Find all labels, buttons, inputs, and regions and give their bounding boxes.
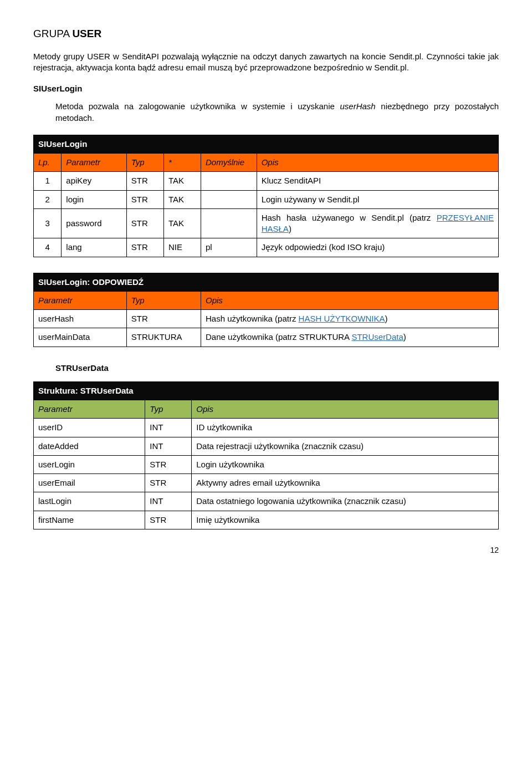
- method-desc-italic: userHash: [340, 101, 375, 111]
- struct-table-title: Struktura: STRUserData: [34, 381, 499, 400]
- cell-opis: Imię użytkownika: [192, 511, 499, 529]
- cell-typ: STR: [126, 310, 201, 328]
- params-header-opis: Opis: [257, 154, 498, 172]
- response-header-opis: Opis: [201, 291, 499, 309]
- struct-table: Struktura: STRUserData Parametr Typ Opis…: [33, 381, 499, 529]
- cell-opis: Login użytkownika: [192, 455, 499, 473]
- method-description: Metoda pozwala na zalogowanie użytkownik…: [55, 101, 499, 124]
- table-row: userEmail STR Aktywny adres email użytko…: [34, 474, 499, 492]
- cell-opis: Klucz SenditAPI: [257, 172, 498, 190]
- cell-opis: ID użytkownika: [192, 419, 499, 437]
- cell-param: userHash: [34, 310, 127, 328]
- cell-typ: INT: [145, 492, 192, 511]
- response-header-param: Parametr: [34, 291, 127, 309]
- cell-param: dateAdded: [34, 437, 145, 455]
- page-number: 12: [33, 545, 499, 556]
- cell-typ: STR: [145, 474, 192, 492]
- cell-lp: 2: [34, 190, 62, 208]
- cell-typ: STR: [126, 190, 163, 208]
- intro-paragraph: Metody grupy USER w SenditAPI pozwalają …: [33, 51, 499, 74]
- cell-star: TAK: [163, 172, 201, 190]
- cell-typ: STR: [145, 511, 192, 529]
- cell-opis: Aktywny adres email użytkownika: [192, 474, 499, 492]
- table-row: 3 password STR TAK Hash hasła używanego …: [34, 208, 499, 238]
- cell-typ: STR: [145, 455, 192, 473]
- cell-opis-post: ): [289, 224, 291, 233]
- table-row: lastLogin INT Data ostatniego logowania …: [34, 492, 499, 511]
- cell-star: NIE: [163, 238, 201, 257]
- cell-opis: Hash hasła używanego w Sendit.pl (patrz …: [257, 208, 498, 238]
- page-title-prefix: GRUPA: [33, 28, 72, 39]
- params-header-def: Domyślnie: [201, 154, 257, 172]
- cell-lp: 4: [34, 238, 62, 257]
- params-table-title: SIUserLogin: [34, 135, 499, 153]
- cell-def: pl: [201, 238, 257, 257]
- cell-opis: Dane użytkownika (patrz STRUKTURA STRUse…: [201, 328, 499, 347]
- table-row: dateAdded INT Data rejestracji użytkowni…: [34, 437, 499, 455]
- cell-star: TAK: [163, 208, 201, 238]
- cell-opis: Data rejestracji użytkownika (znacznik c…: [192, 437, 499, 455]
- params-header-typ: Typ: [126, 154, 163, 172]
- struct-subheader: STRUserData: [55, 363, 499, 374]
- cell-param: apiKey: [62, 172, 126, 190]
- cell-opis-post: ): [385, 314, 387, 323]
- cell-lp: 3: [34, 208, 62, 238]
- cell-opis-pre: Hash hasła używanego w Sendit.pl (patrz: [262, 213, 437, 222]
- table-row: userID INT ID użytkownika: [34, 419, 499, 437]
- table-row: firstName STR Imię użytkownika: [34, 511, 499, 529]
- cell-param: lang: [62, 238, 126, 257]
- cell-typ: STRUKTURA: [126, 328, 201, 347]
- cell-opis: Data ostatniego logowania użytkownika (z…: [192, 492, 499, 511]
- cell-param: lastLogin: [34, 492, 145, 511]
- cell-param: password: [62, 208, 126, 238]
- cell-opis-pre: Dane użytkownika (patrz STRUKTURA: [206, 332, 351, 342]
- cell-opis-pre: Hash użytkownika (patrz: [206, 314, 299, 323]
- cell-param: firstName: [34, 511, 145, 529]
- table-row: userHash STR Hash użytkownika (patrz HAS…: [34, 310, 499, 328]
- cell-param: userID: [34, 419, 145, 437]
- user-hash-link[interactable]: HASH UŻYTKOWNIKA: [299, 314, 385, 323]
- cell-param: userEmail: [34, 474, 145, 492]
- params-header-star: *: [163, 154, 201, 172]
- params-header-lp: Lp.: [34, 154, 62, 172]
- cell-opis: Język odpowiedzi (kod ISO kraju): [257, 238, 498, 257]
- table-row: userMainData STRUKTURA Dane użytkownika …: [34, 328, 499, 347]
- cell-opis: Hash użytkownika (patrz HASH UŻYTKOWNIKA…: [201, 310, 499, 328]
- response-table-title: SIUserLogin: ODPOWIEDŹ: [34, 273, 499, 291]
- method-name: SIUserLogin: [33, 83, 499, 94]
- method-desc-pre: Metoda pozwala na zalogowanie użytkownik…: [55, 101, 340, 111]
- table-row: 2 login STR TAK Login używany w Sendit.p…: [34, 190, 499, 208]
- response-table: SIUserLogin: ODPOWIEDŹ Parametr Typ Opis…: [33, 273, 499, 347]
- params-table: SIUserLogin Lp. Parametr Typ * Domyślnie…: [33, 135, 499, 257]
- cell-param: userLogin: [34, 455, 145, 473]
- cell-typ: STR: [126, 238, 163, 257]
- response-header-typ: Typ: [126, 291, 201, 309]
- struct-header-param: Parametr: [34, 400, 145, 419]
- cell-opis-post: ): [403, 332, 406, 342]
- struct-header-opis: Opis: [192, 400, 499, 419]
- cell-typ: INT: [145, 437, 192, 455]
- cell-def: [201, 208, 257, 238]
- cell-def: [201, 190, 257, 208]
- cell-typ: INT: [145, 419, 192, 437]
- page-title-bold: USER: [72, 28, 101, 39]
- struserdata-link[interactable]: STRUserData: [351, 332, 403, 342]
- cell-typ: STR: [126, 172, 163, 190]
- struct-header-typ: Typ: [145, 400, 192, 419]
- cell-param: login: [62, 190, 126, 208]
- table-row: userLogin STR Login użytkownika: [34, 455, 499, 473]
- cell-opis: Login używany w Sendit.pl: [257, 190, 498, 208]
- table-row: 4 lang STR NIE pl Język odpowiedzi (kod …: [34, 238, 499, 257]
- cell-star: TAK: [163, 190, 201, 208]
- cell-typ: STR: [126, 208, 163, 238]
- table-row: 1 apiKey STR TAK Klucz SenditAPI: [34, 172, 499, 190]
- params-header-param: Parametr: [62, 154, 126, 172]
- cell-lp: 1: [34, 172, 62, 190]
- page-title: GRUPA USER: [33, 27, 499, 41]
- cell-param: userMainData: [34, 328, 127, 347]
- cell-def: [201, 172, 257, 190]
